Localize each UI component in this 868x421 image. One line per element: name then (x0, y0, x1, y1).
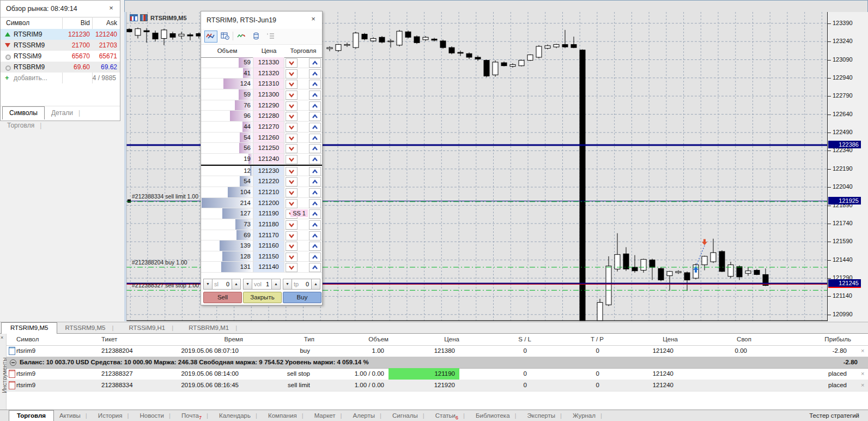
add-symbol-row[interactable]: +добавить...4 / 9885 (1, 73, 120, 83)
bottom-tab-2[interactable]: История| (93, 411, 135, 421)
buy-chevron-button[interactable] (309, 101, 321, 111)
dom-ask-row[interactable]: 54121260 (201, 133, 322, 143)
bottom-tab-8[interactable]: Алерты| (348, 411, 387, 421)
sell-chevron-button[interactable] (286, 91, 298, 100)
market-watch-row[interactable]: RTSBRM969.6069.62 (1, 62, 120, 73)
sell-chevron-button[interactable] (286, 242, 298, 251)
balance-row[interactable]: Баланс: 10 003.70 USD Средства: 10 000.9… (7, 357, 868, 369)
toolbox-row-position[interactable]: rtsrim92123882042019.05.06 08:07:10buy1.… (7, 345, 868, 357)
buy-chevron-button[interactable] (309, 252, 321, 262)
sell-chevron-button[interactable] (286, 263, 298, 272)
dom-ask-row[interactable]: 76121290 (201, 100, 322, 111)
collapse-icon[interactable] (10, 359, 16, 366)
toolbox-close-icon[interactable]: × (1, 335, 3, 340)
price-axis[interactable]: 1233901232401230901229401227901226401224… (827, 12, 868, 321)
bottom-tab-11[interactable]: Библиотека| (470, 411, 522, 421)
sell-chevron-button[interactable] (286, 112, 298, 121)
table-time-icon[interactable] (219, 31, 232, 43)
dom-bid-row[interactable]: 131121140 (201, 262, 322, 273)
dom-titlebar[interactable]: RTSRIM9, RTSI-Jun19 × (201, 11, 322, 29)
close-row-icon[interactable]: × (861, 347, 864, 354)
spinner-field[interactable]: tp0 (292, 279, 312, 290)
dom-bid-row[interactable]: 139121160 (201, 240, 322, 251)
dom-bid-row[interactable]: 54121220 (201, 176, 322, 187)
close-row-icon[interactable]: × (861, 382, 864, 388)
dom-bid-row[interactable]: 127121190SS 1 (201, 208, 322, 219)
buy-chevron-button[interactable] (309, 188, 321, 197)
buy-chevron-button[interactable] (309, 144, 321, 153)
market-watch-tab-2[interactable]: Торговля| (1, 119, 48, 132)
dom-ask-row[interactable]: 19121240 (201, 154, 322, 165)
chart-tab-2[interactable]: RTSSiM9,H1| (121, 323, 181, 333)
buy-chevron-button[interactable] (309, 231, 321, 240)
chart-tab-1[interactable]: RTSSRM9,M5| (57, 323, 121, 333)
sell-chevron-button[interactable] (286, 134, 298, 143)
bottom-tab-12[interactable]: Эксперты| (522, 411, 567, 421)
sell-chevron-button[interactable] (286, 231, 298, 240)
sell-chevron-button[interactable] (286, 101, 298, 111)
sell-chevron-button[interactable] (286, 188, 298, 197)
dom-close-icon[interactable]: × (309, 15, 318, 23)
chart-magnet-icon[interactable] (235, 31, 248, 43)
bottom-tab-1[interactable]: Активы| (54, 411, 93, 421)
strategy-tester-link[interactable]: Тестер стратегий (809, 412, 859, 419)
buy-chevron-button[interactable] (309, 220, 321, 230)
bottom-tab-13[interactable]: Журнал| (567, 411, 608, 421)
dom-ask-row[interactable]: 96121280 (201, 111, 322, 122)
quotes-chart-icon[interactable] (204, 31, 217, 43)
buy-chevron-button[interactable] (309, 134, 321, 143)
sell-chevron-button[interactable] (286, 123, 298, 132)
market-watch-row[interactable]: RTSSRM92170021703 (1, 40, 120, 51)
one-click-trading-icon[interactable] (130, 14, 138, 21)
buy-chevron-button[interactable] (309, 242, 321, 251)
bottom-tab-6[interactable]: Компания| (263, 411, 309, 421)
bottom-tab-9[interactable]: Сигналы| (387, 411, 430, 421)
dom-ask-row[interactable]: 124121310 (201, 79, 322, 89)
buy-chevron-button[interactable] (309, 91, 321, 100)
close-position-button[interactable]: Закрыть (243, 292, 282, 303)
dom-ask-row[interactable]: 44121270 (201, 122, 322, 133)
spinner-down-button[interactable]: ▼ (243, 279, 252, 290)
sell-chevron-button[interactable] (286, 58, 298, 68)
dom-bid-row[interactable]: 69121170 (201, 230, 322, 241)
dom-bid-row[interactable]: 214121200 (201, 198, 322, 209)
sell-chevron-button[interactable] (286, 167, 298, 176)
bottom-tab-5[interactable]: Календарь| (214, 411, 263, 421)
sell-chevron-button[interactable] (286, 177, 298, 187)
buy-button[interactable]: Buy (283, 292, 321, 303)
depth-of-market-icon[interactable] (140, 14, 148, 21)
spinner-field[interactable]: vol1 (252, 279, 272, 290)
dom-ask-row[interactable]: 59121300 (201, 89, 322, 100)
toolbox-row-order[interactable]: rtsrim92123883342019.05.06 08:16:45sell … (7, 380, 868, 392)
spinner-up-button[interactable]: ▲ (271, 279, 281, 290)
buy-chevron-button[interactable] (309, 199, 321, 208)
spinner-down-button[interactable]: ▼ (203, 279, 213, 290)
dom-bid-row[interactable]: 12121230 (201, 166, 322, 177)
sell-chevron-button[interactable] (286, 80, 298, 89)
buy-chevron-button[interactable] (309, 80, 321, 89)
bottom-tab-3[interactable]: Новости| (134, 411, 176, 421)
depth-icon[interactable] (250, 31, 263, 43)
dom-bid-row[interactable]: 73121180 (201, 219, 322, 230)
toolbox-row-order[interactable]: rtsrim92123883272019.05.06 08:14:00sell … (7, 368, 868, 380)
sell-chevron-button[interactable] (286, 155, 298, 164)
buy-chevron-button[interactable] (309, 177, 321, 187)
dom-bid-row[interactable]: 104121210 (201, 187, 322, 198)
chart-tab-0[interactable]: RTSRIM9,M5 (1, 322, 57, 334)
dom-ask-row[interactable]: 59121330 (201, 57, 322, 68)
sell-button[interactable]: Sell (203, 292, 242, 303)
market-watch-close-icon[interactable]: × (107, 4, 116, 13)
chart-tab-3[interactable]: RTSBRM9,M1| (181, 323, 245, 333)
orders-list-icon[interactable] (265, 31, 278, 43)
market-watch-row[interactable]: RTSRIM9121230121240 (1, 29, 120, 40)
bottom-tab-0[interactable]: Торговля (9, 410, 54, 421)
spinner-field[interactable]: sl0 (212, 279, 232, 290)
market-watch-tab-0[interactable]: Символы (2, 106, 45, 119)
buy-chevron-button[interactable] (309, 263, 321, 272)
dom-ask-row[interactable]: 41121320 (201, 68, 322, 79)
bottom-tab-4[interactable]: Почта7| (176, 411, 214, 421)
close-row-icon[interactable]: × (861, 370, 864, 377)
sell-chevron-button[interactable] (286, 199, 298, 208)
market-watch-tab-1[interactable]: Детали| (45, 107, 87, 119)
spinner-up-button[interactable]: ▲ (232, 279, 241, 290)
